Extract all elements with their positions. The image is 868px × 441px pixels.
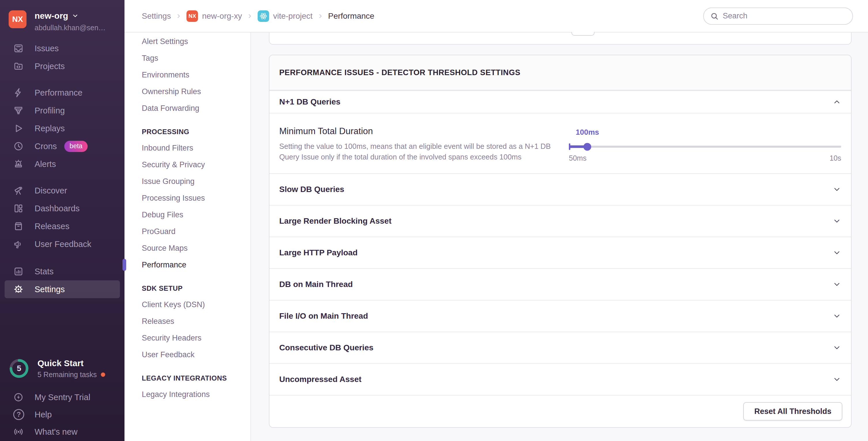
truncated-panel-above	[269, 33, 851, 45]
truncated-input[interactable]	[571, 32, 594, 36]
quick-start-progress-ring: 5	[9, 358, 29, 379]
accordion-large-render-blocking-asset[interactable]: Large Render Blocking Asset	[270, 205, 851, 237]
beta-badge: beta	[64, 141, 88, 152]
sidebar-item-label: Help	[35, 410, 52, 419]
slider-track[interactable]	[569, 146, 841, 148]
settings-nav-alert-settings[interactable]: Alert Settings	[124, 33, 250, 50]
chevron-down-icon[interactable]	[833, 185, 841, 194]
releases-icon	[13, 221, 26, 231]
app-sidebar: NX new-org abdullah.khan@sen… Issues Pro…	[0, 0, 124, 441]
chevron-down-icon[interactable]	[833, 280, 841, 289]
org-name[interactable]: new-org	[35, 11, 68, 21]
accordion-large-http-payload[interactable]: Large HTTP Payload	[270, 237, 851, 268]
slider-thumb[interactable]	[584, 143, 591, 150]
sidebar-item-releases[interactable]: Releases	[5, 217, 120, 235]
slider-value-label: 100ms	[576, 128, 599, 137]
accordion-n1-db-queries[interactable]: N+1 DB Queries	[270, 90, 851, 113]
accordion-slow-db-queries[interactable]: Slow DB Queries	[270, 173, 851, 205]
breadcrumb-project[interactable]: vite-project	[258, 10, 313, 22]
sidebar-item-label: My Sentry Trial	[35, 393, 90, 402]
sidebar-item-label: What's new	[35, 427, 78, 437]
sidebar-item-settings[interactable]: Settings	[5, 280, 120, 298]
sidebar-item-label: Crons	[35, 142, 57, 151]
settings-nav-ownership-rules[interactable]: Ownership Rules	[124, 83, 250, 100]
trial-bolt-icon	[13, 392, 26, 402]
sidebar-item-discover[interactable]: Discover	[5, 182, 120, 200]
accordion-file-io-on-main-thread[interactable]: File I/O on Main Thread	[270, 300, 851, 332]
performance-icon	[13, 88, 26, 98]
react-project-icon	[258, 10, 269, 22]
settings-nav-user-feedback[interactable]: User Feedback	[124, 346, 250, 363]
quick-start[interactable]: 5 Quick Start 5 Remaining tasks	[9, 356, 120, 381]
settings-nav-environments[interactable]: Environments	[124, 67, 250, 83]
help-icon: ?	[13, 409, 26, 420]
chevron-down-icon[interactable]	[833, 248, 841, 257]
chevron-right-icon	[317, 13, 323, 19]
settings-nav-releases[interactable]: Releases	[124, 313, 250, 330]
settings-nav-inbound-filters[interactable]: Inbound Filters	[124, 140, 250, 156]
settings-nav-security-headers[interactable]: Security Headers	[124, 330, 250, 346]
settings-nav-legacy-integrations[interactable]: Legacy Integrations	[124, 386, 250, 403]
settings-nav-tags[interactable]: Tags	[124, 50, 250, 67]
search-icon	[710, 12, 719, 21]
setting-label: Minimum Total Duration	[279, 126, 557, 136]
quick-start-subtitle: 5 Remaining tasks	[37, 371, 97, 379]
reset-all-thresholds-button[interactable]: Reset All Thresholds	[743, 402, 842, 420]
breadcrumb-org[interactable]: NX new-org-xy	[186, 10, 242, 22]
sidebar-item-alerts[interactable]: Alerts	[5, 155, 120, 173]
sidebar-item-label: Dashboards	[35, 204, 80, 213]
accordion-consecutive-db-queries[interactable]: Consecutive DB Queries	[270, 332, 851, 363]
sidebar-item-dashboards[interactable]: Dashboards	[5, 200, 120, 217]
sidebar-item-projects[interactable]: Projects	[5, 57, 120, 75]
search-box[interactable]	[703, 7, 853, 25]
active-indicator	[122, 259, 126, 271]
sidebar-item-help[interactable]: ? Help	[5, 406, 120, 423]
notification-dot	[101, 372, 105, 377]
quick-start-title: Quick Start	[37, 359, 105, 368]
accordion-uncompressed-asset[interactable]: Uncompressed Asset	[270, 363, 851, 395]
whats-new-icon	[13, 427, 26, 437]
sidebar-item-my-sentry-trial[interactable]: My Sentry Trial	[5, 388, 120, 406]
org-switcher[interactable]: NX new-org abdullah.khan@sen…	[9, 10, 120, 32]
sidebar-item-label: Profiling	[35, 106, 65, 115]
dashboards-icon	[13, 203, 26, 213]
chevron-down-icon[interactable]	[833, 343, 841, 352]
sidebar-item-stats[interactable]: Stats	[5, 263, 120, 280]
sidebar-item-performance[interactable]: Performance	[5, 84, 120, 102]
settings-nav-security-privacy[interactable]: Security & Privacy	[124, 156, 250, 173]
settings-nav-section-processing: PROCESSING	[124, 124, 250, 140]
search-input[interactable]	[723, 11, 846, 21]
org-avatar[interactable]: NX	[9, 10, 27, 28]
chevron-down-icon[interactable]	[833, 312, 841, 320]
settings-nav-data-forwarding[interactable]: Data Forwarding	[124, 100, 250, 116]
chevron-down-icon	[72, 12, 79, 19]
sidebar-item-crons[interactable]: Crons beta	[5, 137, 120, 155]
settings-nav-processing-issues[interactable]: Processing Issues	[124, 190, 250, 206]
sidebar-item-label: Settings	[35, 285, 65, 294]
chevron-down-icon[interactable]	[833, 217, 841, 226]
sidebar-item-label: Projects	[35, 62, 65, 71]
sidebar-item-profiling[interactable]: Profiling	[5, 102, 120, 120]
settings-nav-proguard[interactable]: ProGuard	[124, 223, 250, 240]
settings-nav-client-keys[interactable]: Client Keys (DSN)	[124, 296, 250, 313]
accordion-db-on-main-thread[interactable]: DB on Main Thread	[270, 268, 851, 300]
settings-nav-source-maps[interactable]: Source Maps	[124, 240, 250, 257]
breadcrumb: Settings NX new-org-xy vite-project Perf…	[142, 10, 374, 22]
chevron-down-icon[interactable]	[833, 375, 841, 384]
settings-nav-issue-grouping[interactable]: Issue Grouping	[124, 173, 250, 190]
sidebar-item-label: Releases	[35, 222, 69, 231]
sidebar-item-replays[interactable]: Replays	[5, 120, 120, 137]
replays-icon	[13, 123, 26, 134]
breadcrumb-settings[interactable]: Settings	[142, 11, 171, 21]
settings-nav-debug-files[interactable]: Debug Files	[124, 206, 250, 223]
chevron-up-icon[interactable]	[833, 98, 841, 106]
stats-icon	[13, 266, 26, 277]
panel-title: PERFORMANCE ISSUES - DETECTOR THRESHOLD …	[270, 55, 851, 90]
sidebar-item-user-feedback[interactable]: User Feedback	[5, 235, 120, 253]
sidebar-item-label: Discover	[35, 186, 67, 196]
sidebar-item-whats-new[interactable]: What's new	[5, 423, 120, 440]
settings-nav-performance[interactable]: Performance	[124, 257, 250, 273]
profiling-icon	[13, 105, 26, 116]
sidebar-item-issues[interactable]: Issues	[5, 39, 120, 57]
settings-nav-section-sdk-setup: SDK SETUP	[124, 281, 250, 296]
